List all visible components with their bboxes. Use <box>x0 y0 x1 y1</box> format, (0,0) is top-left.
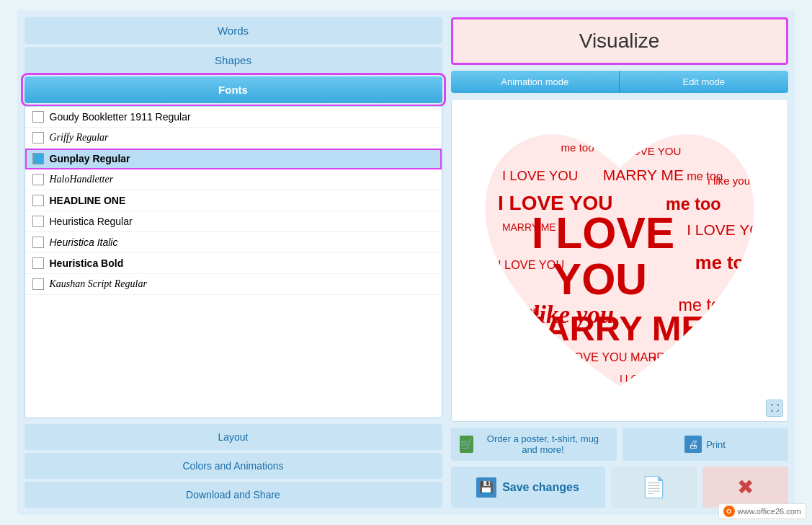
font-item[interactable]: Goudy Bookletter 1911 Regular <box>25 107 442 128</box>
svg-text:MARRY ME: MARRY ME <box>602 167 683 183</box>
font-item[interactable]: Heuristica Regular <box>25 211 442 232</box>
svg-text:i like you: i like you <box>519 301 614 329</box>
animation-mode-btn[interactable]: Animation mode <box>451 71 620 93</box>
font-name-label: Heuristica Italic <box>50 237 118 248</box>
font-name-label: Heuristica Bold <box>50 257 124 269</box>
font-name-label: Kaushan Script Regular <box>50 278 147 290</box>
font-item[interactable]: Griffy Regular <box>25 128 442 149</box>
svg-text:I LOVE YOU: I LOVE YOU <box>498 258 564 271</box>
bottom-tabs: Layout Colors and Animations Download an… <box>24 424 442 508</box>
svg-text:I LOVE YOU: I LOVE YOU <box>498 192 612 214</box>
font-name-label: Griffy Regular <box>50 132 109 144</box>
tab-download-share[interactable]: Download and Share <box>24 482 442 508</box>
font-checkbox <box>32 237 44 248</box>
font-name-label: Goudy Bookletter 1911 Regular <box>50 111 191 123</box>
save-changes-btn[interactable]: 💾 Save changes <box>451 467 605 508</box>
tab-shapes[interactable]: Shapes <box>24 47 442 74</box>
font-item[interactable]: HEADLINE ONE <box>25 190 442 211</box>
watermark-text: www.office26.com <box>738 507 801 516</box>
fullscreen-btn[interactable]: ⛶ <box>766 400 783 417</box>
svg-text:YOU: YOU <box>552 255 646 304</box>
app-container: Words Shapes Fonts Goudy Bookletter 1911… <box>17 10 795 515</box>
svg-text:me too: me too <box>561 141 594 154</box>
left-panel: Words Shapes Fonts Goudy Bookletter 1911… <box>24 17 442 508</box>
font-checkbox <box>32 195 44 206</box>
svg-text:me too: me too <box>666 195 720 213</box>
svg-text:I LOVE YOU: I LOVE YOU <box>620 145 681 157</box>
edit-mode-btn[interactable]: Edit mode <box>619 71 788 93</box>
watermark: O www.office26.com <box>718 503 806 519</box>
save-changes-label: Save changes <box>502 481 579 494</box>
order-label: Order a poster, t-shirt, mug and more! <box>478 433 607 455</box>
print-icon: 🖨 <box>684 436 702 453</box>
svg-text:i like you: i like you <box>498 350 543 363</box>
svg-text:I LOVE YOU: I LOVE YOU <box>501 168 577 183</box>
font-name-label: HaloHandletter <box>50 174 114 185</box>
fullscreen-icon: ⛶ <box>770 403 779 413</box>
font-item[interactable]: Kaushan Script Regular <box>25 274 442 295</box>
font-checkbox <box>32 174 44 185</box>
tab-fonts[interactable]: Fonts <box>24 76 442 103</box>
word-cloud-svg: I LOVE YOU MARRY ME I LOVE YOU me too I … <box>452 100 788 421</box>
font-item[interactable]: ✓Gunplay Regular <box>25 149 442 169</box>
svg-text:i like you: i like you <box>708 175 750 187</box>
svg-text:I LOVE YOU: I LOVE YOU <box>687 221 772 238</box>
svg-text:I LOVE YOU MARRY ME: I LOVE YOU MARRY ME <box>561 350 693 363</box>
font-item[interactable]: Heuristica Bold <box>25 253 442 274</box>
save-icon: 💾 <box>476 477 496 498</box>
font-item[interactable]: Heuristica Italic <box>25 232 442 253</box>
svg-text:I LOVE YOU: I LOVE YOU <box>523 380 575 391</box>
right-panel: Visualize Animation mode Edit mode I <box>451 17 788 508</box>
svg-text:me too: me too <box>695 252 755 273</box>
print-label: Print <box>706 439 726 450</box>
print-btn[interactable]: 🖨 Print <box>623 428 788 461</box>
font-name-label: HEADLINE ONE <box>50 195 126 206</box>
font-item[interactable]: HaloHandletter <box>25 169 442 190</box>
watermark-icon: O <box>723 506 735 517</box>
canvas-area: I LOVE YOU MARRY ME I LOVE YOU me too I … <box>451 99 788 422</box>
order-btn[interactable]: 🛒 Order a poster, t-shirt, mug and more! <box>451 428 617 461</box>
font-name-label: Heuristica Regular <box>50 216 133 227</box>
font-checkbox <box>32 111 44 123</box>
action-bar: 🛒 Order a poster, t-shirt, mug and more!… <box>451 428 788 461</box>
close-icon: ✖ <box>737 475 754 499</box>
document-btn[interactable]: 📄 <box>611 467 697 508</box>
mode-buttons: Animation mode Edit mode <box>451 71 788 93</box>
visualize-title: Visualize <box>451 17 788 65</box>
svg-text:me too: me too <box>678 296 729 314</box>
save-changes-row: 💾 Save changes 📄 ✖ <box>451 467 788 508</box>
tab-words[interactable]: Words <box>24 17 442 44</box>
svg-text:I LOVE YOU: I LOVE YOU <box>620 373 677 384</box>
svg-text:MARRY ME: MARRY ME <box>523 369 577 380</box>
order-icon: 🛒 <box>460 436 474 453</box>
tab-colors-animations[interactable]: Colors and Animations <box>24 453 442 479</box>
fonts-list: Goudy Bookletter 1911 RegularGriffy Regu… <box>24 106 442 418</box>
document-icon: 📄 <box>641 475 666 499</box>
font-checkbox <box>32 257 44 269</box>
svg-text:I LOVE YOU: I LOVE YOU <box>653 353 728 369</box>
tab-layout[interactable]: Layout <box>24 424 442 450</box>
svg-text:i like you: i like you <box>682 330 728 343</box>
font-checkbox <box>32 278 44 290</box>
font-checkbox: ✓ <box>32 153 44 164</box>
close-btn[interactable]: ✖ <box>702 467 788 508</box>
font-name-label: Gunplay Regular <box>50 153 130 164</box>
svg-text:me too: me too <box>661 382 690 393</box>
font-checkbox <box>32 216 44 227</box>
svg-text:MARRY ME: MARRY ME <box>501 221 556 233</box>
font-checkbox <box>32 132 44 144</box>
